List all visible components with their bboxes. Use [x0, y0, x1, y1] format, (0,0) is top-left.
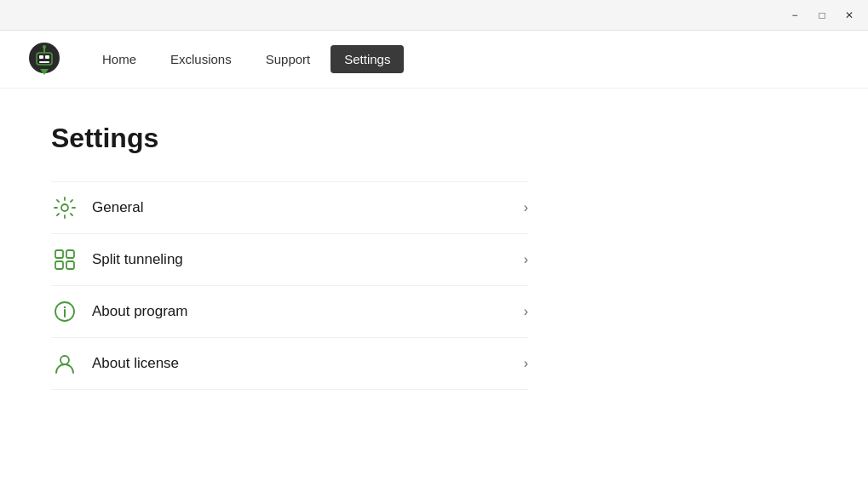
about-license-chevron: ›	[524, 356, 528, 371]
app-logo	[26, 41, 63, 78]
settings-item-about-license[interactable]: About license ›	[51, 338, 528, 390]
svg-point-15	[64, 306, 66, 308]
about-license-label: About license	[92, 355, 524, 372]
title-bar: − □ ✕	[0, 0, 868, 31]
svg-rect-4	[39, 61, 49, 63]
page-title: Settings	[51, 123, 817, 154]
info-icon	[51, 298, 78, 325]
nav-settings[interactable]: Settings	[331, 45, 404, 73]
svg-rect-9	[55, 250, 63, 258]
person-icon	[51, 350, 78, 377]
split-tunneling-chevron: ›	[524, 252, 528, 267]
svg-rect-2	[39, 55, 43, 59]
svg-rect-11	[55, 261, 63, 269]
gear-icon	[51, 194, 78, 221]
about-program-label: About program	[92, 303, 524, 320]
close-button[interactable]: ✕	[837, 6, 861, 25]
grid-icon	[51, 246, 78, 273]
nav-bar: Home Exclusions Support Settings	[0, 31, 868, 89]
settings-item-general[interactable]: General ›	[51, 181, 528, 234]
general-label: General	[92, 199, 524, 216]
svg-point-8	[61, 204, 68, 211]
maximize-button[interactable]: □	[810, 6, 834, 25]
svg-point-6	[43, 45, 46, 49]
settings-list: General › Split tunneling ›	[51, 181, 528, 390]
about-program-chevron: ›	[524, 304, 528, 319]
svg-rect-3	[45, 55, 49, 59]
minimize-button[interactable]: −	[783, 6, 807, 25]
svg-rect-12	[66, 261, 74, 269]
split-tunneling-label: Split tunneling	[92, 251, 524, 268]
nav-exclusions[interactable]: Exclusions	[157, 45, 245, 73]
svg-rect-10	[66, 250, 74, 258]
main-content: Settings General › Sp	[0, 89, 868, 424]
settings-item-split-tunneling[interactable]: Split tunneling ›	[51, 234, 528, 286]
nav-links: Home Exclusions Support Settings	[89, 45, 404, 73]
general-chevron: ›	[524, 200, 528, 215]
nav-home[interactable]: Home	[89, 45, 150, 73]
settings-item-about-program[interactable]: About program ›	[51, 286, 528, 338]
nav-support[interactable]: Support	[252, 45, 325, 73]
svg-point-16	[60, 356, 69, 364]
